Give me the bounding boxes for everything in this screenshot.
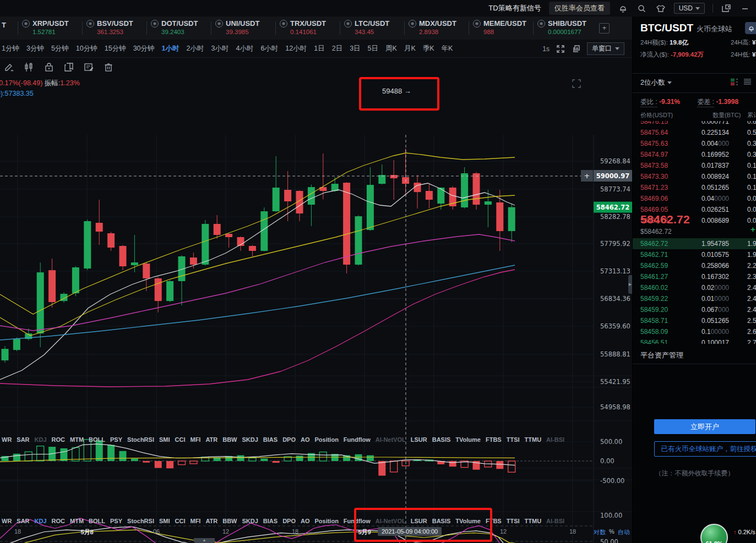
indicator-tab-DPO[interactable]: DPO: [282, 518, 296, 524]
indicator-tab-BIAS[interactable]: BIAS: [263, 436, 278, 443]
book-split-view-icon[interactable]: [730, 78, 738, 86]
search-icon[interactable]: [637, 3, 648, 14]
fullscreen-icon[interactable]: [556, 45, 565, 53]
indicator-tab-ATR[interactable]: ATR: [205, 436, 217, 443]
vip-view-button[interactable]: 仅胜率会员查看: [549, 2, 610, 15]
timeframe-6小时[interactable]: 6小时: [260, 44, 278, 53]
ticker-item[interactable]: ◉XRP/USDT1.52781: [22, 19, 84, 35]
ticker-item[interactable]: ◉MDX/USDT2.8938: [409, 19, 470, 35]
indicator-tab-SAR[interactable]: SAR: [17, 518, 29, 524]
timeframe-2小时[interactable]: 2小时: [187, 44, 204, 53]
panel-resize-handle[interactable]: ▶: [628, 275, 632, 294]
orderbook-row[interactable]: 58458.710.0512652.5: [633, 315, 756, 326]
indicator-tab-BBW[interactable]: BBW: [222, 436, 237, 443]
indicator-tab-TVolume[interactable]: TVolume: [455, 436, 481, 443]
indicator-tab-KDJ[interactable]: KDJ: [35, 436, 47, 443]
indicator-tab-TVolume[interactable]: TVolume: [455, 518, 481, 524]
indicator-tab-Fundflow[interactable]: Fundflow: [344, 436, 371, 443]
orderbook-row[interactable]: 58462.721.9547851.9: [633, 238, 756, 249]
bookmark-icon[interactable]: [63, 61, 75, 73]
currency-select[interactable]: USD: [674, 3, 705, 14]
indicator-tab-BBW[interactable]: BBW: [222, 518, 237, 524]
indicator-tab-TTMU[interactable]: TTMU: [525, 518, 542, 524]
depth-add-icon[interactable]: +: [750, 224, 755, 234]
indicator-tab-BOLL[interactable]: BOLL: [89, 436, 105, 443]
timeframe-5分钟[interactable]: 5分钟: [51, 44, 69, 53]
orderbook-row[interactable]: 58475.640.2251340.5: [633, 127, 756, 138]
lock-icon[interactable]: [43, 61, 55, 73]
minimize-icon[interactable]: [739, 3, 750, 14]
orderbook-row[interactable]: 58458.090.1000002.6: [633, 326, 756, 337]
indicator-tab-PSY[interactable]: PSY: [110, 518, 122, 524]
ticker-item[interactable]: ◉SHIB/USDT0.00001677: [537, 19, 599, 35]
indicator-tab-SMI[interactable]: SMI: [159, 436, 170, 443]
indicator-tab-TTSI[interactable]: TTSI: [507, 436, 520, 443]
decimals-select[interactable]: 2位小数: [640, 78, 672, 87]
ticker-item[interactable]: ◉BSV/USDT361.3253: [86, 19, 148, 35]
indicator-tab-PSY[interactable]: PSY: [110, 436, 122, 443]
indicator-tab-AI-BSI[interactable]: AI-BSI: [546, 436, 564, 443]
indicator-tab-MTM[interactable]: MTM: [70, 436, 84, 443]
indicator-tab-KDJ[interactable]: KDJ: [35, 518, 47, 524]
ticker-item[interactable]: ◉MEME/USDT988: [473, 19, 535, 35]
axis-control-对数[interactable]: 对数: [594, 528, 606, 536]
indicator-tab-ROC[interactable]: ROC: [52, 436, 65, 443]
candle-style-icon[interactable]: [23, 61, 35, 73]
add-pane-icon[interactable]: [572, 45, 580, 53]
indicator-tab-Position[interactable]: Position: [314, 436, 338, 443]
indicator-tab-AO[interactable]: AO: [301, 518, 310, 524]
timeframe-1小时[interactable]: 1小时: [162, 44, 180, 53]
indicator-tab-AI-NetVOL[interactable]: AI-NetVOL: [376, 436, 406, 443]
indicator-tab-LSUR[interactable]: LSUR: [411, 436, 427, 443]
indicator-tab-SKDJ[interactable]: SKDJ: [242, 436, 258, 443]
timeframe-季K[interactable]: 季K: [423, 44, 434, 53]
orderbook-row[interactable]: 58473.580.0178370.1: [633, 160, 756, 171]
orderbook-row[interactable]: 58459.220.0100002.4: [633, 293, 756, 304]
orderbook-row[interactable]: 58474.970.1699520.3: [633, 149, 756, 160]
timeframe-3小时[interactable]: 3小时: [211, 44, 229, 53]
orderbook-row[interactable]: 58475.630.0040000.3: [633, 138, 756, 149]
indicator-tab-MFI[interactable]: MFI: [190, 436, 200, 443]
timeframe-5日[interactable]: 5日: [368, 44, 378, 53]
ticker-item[interactable]: ◉UNI/USDT39.3985: [215, 19, 277, 35]
maximize-pane-icon[interactable]: [572, 79, 581, 89]
ticker-item[interactable]: ◉TRX/USDT0.141061: [280, 19, 341, 35]
indicator-tab-FTBS[interactable]: FTBS: [486, 436, 502, 443]
ticker-item[interactable]: ◉DOT/USDT39.2403: [151, 19, 213, 35]
orderbook-row[interactable]: 58456.510.1000172.7: [633, 337, 756, 344]
indicator-tab-WR[interactable]: WR: [2, 436, 12, 443]
book-list-view-icon[interactable]: [743, 78, 752, 86]
indicator-tab-LSUR[interactable]: LSUR: [411, 518, 427, 524]
orderbook-row[interactable]: 58461.270.1673022.3: [633, 271, 756, 282]
indicator-tab-FTBS[interactable]: FTBS: [486, 518, 502, 524]
indicator-tab-SMI[interactable]: SMI: [159, 518, 170, 524]
time-axis[interactable]: 2021-05-09 04:00:00 185月80612185月91218对数…: [0, 526, 632, 537]
indicator-tab-BOLL[interactable]: BOLL: [89, 518, 105, 524]
timeframe-4小时[interactable]: 4小时: [236, 44, 253, 53]
indicator-tab-BASIS[interactable]: BASIS: [432, 436, 451, 443]
note-edit-icon[interactable]: [83, 61, 95, 73]
collapse-handle[interactable]: ▲: [194, 538, 215, 543]
indicator-tab-Fundflow[interactable]: Fundflow: [344, 518, 371, 524]
indicator-tab-BASIS[interactable]: BASIS: [432, 518, 451, 524]
trash-icon[interactable]: [102, 61, 115, 73]
orderbook-row[interactable]: 58473.300.0089240.1: [633, 171, 756, 182]
indicator-tab-ATR[interactable]: ATR: [205, 518, 217, 524]
timeframe-月K[interactable]: 月K: [404, 44, 416, 53]
alert-bell-icon[interactable]: [745, 22, 756, 34]
indicator-tab-WR[interactable]: WR: [2, 518, 12, 524]
pip-window-icon[interactable]: [721, 3, 732, 14]
timeframe-1分钟[interactable]: 1分钟: [2, 44, 19, 53]
indicator-tab-DPO[interactable]: DPO: [282, 436, 296, 443]
orderbook-row[interactable]: 58459.200.0670002.4: [633, 304, 756, 315]
draw-pen-icon[interactable]: [3, 61, 15, 73]
main-chart-svg[interactable]: 59268.8458773.7458282.7857795.9257313.13…: [0, 0, 632, 543]
timeframe-10分钟[interactable]: 10分钟: [76, 44, 97, 53]
axis-control-%[interactable]: %: [609, 528, 614, 535]
open-account-button[interactable]: 立即开户: [654, 419, 755, 434]
indicator-tab-AI-NetVOL[interactable]: AI-NetVOL: [376, 518, 406, 524]
timeframe-3日[interactable]: 3日: [350, 44, 360, 53]
orderbook-row[interactable]: 58462.590.2580662.2: [633, 260, 756, 271]
timeframe-3分钟[interactable]: 3分钟: [26, 44, 44, 53]
interval-1s[interactable]: 1s: [542, 45, 550, 53]
